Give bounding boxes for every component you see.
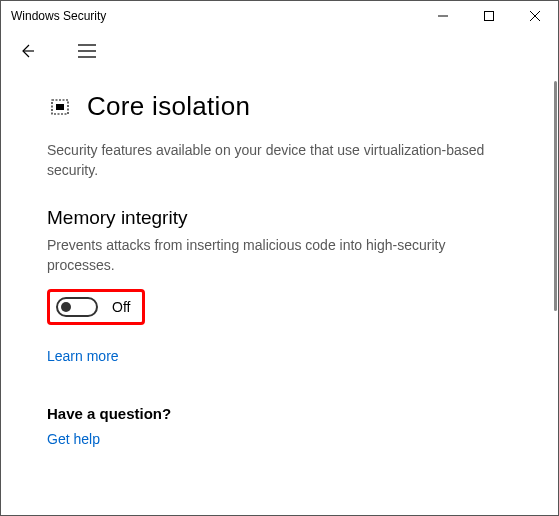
get-help-link[interactable]: Get help — [47, 431, 100, 447]
back-button[interactable] — [13, 37, 41, 65]
memory-integrity-toggle-row: Off — [47, 289, 512, 325]
vertical-scrollbar[interactable] — [552, 71, 558, 515]
memory-integrity-toggle[interactable] — [56, 297, 98, 317]
minimize-button[interactable] — [420, 1, 466, 31]
maximize-button[interactable] — [466, 1, 512, 31]
window-title: Windows Security — [11, 9, 420, 23]
memory-integrity-title: Memory integrity — [47, 207, 512, 229]
svg-rect-1 — [485, 12, 494, 21]
highlight-annotation: Off — [47, 289, 145, 325]
page-description: Security features available on your devi… — [47, 140, 487, 181]
close-button[interactable] — [512, 1, 558, 31]
toggle-knob — [61, 302, 71, 312]
page-title: Core isolation — [87, 91, 250, 122]
content-area: Core isolation Security features availab… — [1, 71, 552, 515]
scrollbar-thumb[interactable] — [554, 81, 557, 311]
page-heading: Core isolation — [47, 91, 512, 122]
learn-more-link[interactable]: Learn more — [47, 348, 119, 364]
menu-button[interactable] — [73, 37, 101, 65]
toggle-state-label: Off — [112, 299, 130, 315]
window-frame: Windows Security — [0, 0, 559, 516]
nav-row — [1, 31, 558, 71]
svg-rect-9 — [56, 104, 64, 110]
core-isolation-icon — [47, 96, 73, 118]
titlebar: Windows Security — [1, 1, 558, 31]
memory-integrity-description: Prevents attacks from inserting maliciou… — [47, 235, 487, 276]
question-title: Have a question? — [47, 405, 512, 422]
window-controls — [420, 1, 558, 31]
